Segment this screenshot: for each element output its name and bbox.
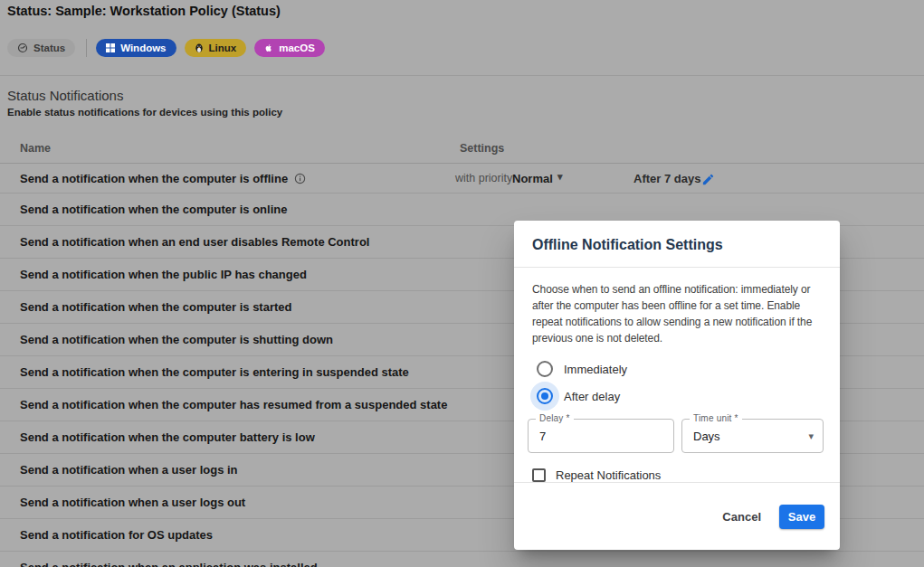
row-label: Send a notification when a user logs out — [20, 496, 245, 509]
linux-penguin-icon — [195, 43, 204, 53]
row-label: Send a notification when the computer is… — [20, 203, 287, 216]
column-header-settings: Settings — [460, 142, 504, 155]
priority-caret-icon[interactable]: ▾ — [557, 171, 563, 183]
time-unit-field-value: Days — [693, 430, 720, 443]
row-label: Send a notification when the computer ha… — [20, 398, 447, 411]
section-subtitle: Enable status notifications for devices … — [7, 107, 282, 118]
linux-chip[interactable]: Linux — [185, 39, 247, 57]
radio-after-delay-label: After delay — [564, 390, 620, 403]
priority-select[interactable]: Normal — [512, 172, 553, 185]
dialog-title: Offline Notification Settings — [532, 237, 822, 253]
priority-label: with priority — [455, 172, 512, 184]
macos-chip[interactable]: macOS — [254, 39, 325, 57]
radio-after-delay[interactable]: After delay — [514, 383, 840, 410]
repeat-notifications-label: Repeat Notifications — [556, 468, 661, 482]
table-row-offline[interactable]: Send a notification when the computer is… — [0, 164, 924, 194]
platform-chips-row: Status Windows Linux macOS — [7, 39, 333, 57]
delay-summary: After 7 days — [633, 172, 700, 185]
windows-chip-label: Windows — [120, 43, 166, 53]
windows-logo-icon — [106, 43, 115, 52]
row-label: Send a notification when the computer is… — [20, 172, 288, 185]
section-title: Status Notifications — [7, 88, 123, 103]
status-gauge-icon — [17, 43, 28, 53]
row-label: Send a notification when the computer is… — [20, 365, 409, 379]
dialog-description: Choose when to send an offline notificat… — [532, 281, 822, 346]
radio-immediately-label: Immediately — [564, 363, 627, 376]
row-label: Send a notification when the computer is… — [20, 333, 333, 346]
row-label: Send a notification when the public IP h… — [20, 268, 307, 281]
edit-pencil-icon[interactable] — [701, 173, 715, 189]
row-label: Send a notification when the computer ba… — [20, 430, 315, 444]
delay-fields-row: Delay * 7 Time unit * Days ▾ — [528, 419, 824, 453]
radio-after-delay-control[interactable] — [530, 382, 559, 411]
time-unit-caret-icon: ▾ — [808, 430, 814, 442]
header-divider — [0, 75, 924, 76]
table-row[interactable]: Send a notification when an application … — [0, 552, 924, 567]
apple-logo-icon — [264, 43, 273, 53]
info-icon[interactable] — [294, 173, 306, 184]
radio-immediately[interactable]: Immediately — [514, 355, 840, 383]
row-label: Send a notification when an end user dis… — [20, 235, 369, 249]
dialog-footer: Cancel Save — [514, 482, 840, 550]
row-label: Send a notification for OS updates — [20, 528, 213, 542]
delay-field-label: Delay * — [536, 413, 574, 423]
repeat-notifications-checkbox[interactable]: Repeat Notifications — [532, 468, 840, 482]
radio-immediately-control[interactable] — [530, 354, 559, 383]
status-chip[interactable]: Status — [7, 39, 75, 57]
macos-chip-label: macOS — [279, 43, 315, 53]
policy-status-page: Status: Sample: Workstation Policy (Stat… — [0, 0, 924, 567]
delay-field-value: 7 — [539, 430, 546, 443]
delay-input[interactable]: Delay * 7 — [528, 419, 674, 453]
windows-chip[interactable]: Windows — [96, 39, 176, 57]
status-chip-label: Status — [33, 43, 65, 53]
cancel-button[interactable]: Cancel — [722, 510, 761, 524]
row-label: Send a notification when a user logs in — [20, 463, 238, 477]
save-button[interactable]: Save — [779, 505, 824, 529]
chips-separator — [86, 39, 87, 57]
time-unit-field-label: Time unit * — [690, 413, 742, 423]
page-title: Status: Sample: Workstation Policy (Stat… — [7, 4, 281, 18]
row-label: Send a notification when the computer is… — [20, 300, 292, 314]
dialog-header: Offline Notification Settings — [514, 221, 840, 268]
offline-notification-settings-dialog: Offline Notification Settings Choose whe… — [514, 221, 840, 550]
time-unit-select[interactable]: Time unit * Days ▾ — [681, 419, 824, 453]
column-header-name: Name — [20, 142, 51, 155]
checkbox-box[interactable] — [532, 468, 546, 482]
row-label: Send a notification when an application … — [20, 561, 318, 567]
linux-chip-label: Linux — [209, 43, 237, 53]
